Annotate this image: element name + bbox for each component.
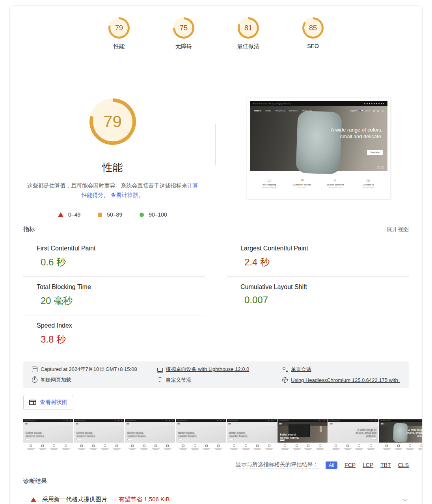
filmstrip-frame-2: Better sound, smarter homes. — [74, 419, 124, 455]
next-arrow-icon: › — [381, 166, 384, 169]
runtime-settings-bar: Captured at 2024年7月10日 GMT+8 15:08 模拟桌面设… — [23, 361, 409, 388]
custom-throttling[interactable]: 自定义节流 — [157, 376, 283, 384]
legend-average: 50–89 — [98, 211, 122, 218]
feature-shipping: ☐Free shippingWorldwide Shipping — [255, 179, 284, 189]
seo-label: SEO — [307, 43, 319, 49]
phone-icon: ☏ — [354, 179, 383, 182]
site-topbar: Hassle free returns. 30 day postage paid… — [250, 101, 387, 106]
diagnostic-savings: — 有望节省 1,506 KiB — [111, 496, 169, 503]
emulated-device[interactable]: 模拟桌面设备 with Lighthouse 12.0.0 — [157, 366, 283, 373]
site-nav-right: English ▾ USD ▾ — [350, 110, 383, 112]
final-screenshot-panel: Hassle free returns. 30 day postage paid… — [215, 60, 422, 218]
performance-section: 79 性能 这些都是估算值，且可能会因时而异。系统会直接基于这些指标来计算性能得… — [10, 60, 422, 218]
filter-chip-cls[interactable]: CLS — [398, 462, 409, 468]
final-screenshot[interactable]: Hassle free returns. 30 day postage paid… — [247, 98, 391, 199]
metric-value: 20 毫秒 — [41, 295, 205, 307]
site-hero: Audio X HOMEPRODUCTSSUPPORTABOUT US Engl… — [250, 106, 387, 171]
metric-value: 2.4 秒 — [244, 256, 409, 269]
filter-chip-fcp[interactable]: FCP — [344, 462, 356, 468]
diagnostics-section: 诊断结果 采用新一代格式提供图片 — 有望节省 1,506 KiB 最大内容渲染… — [23, 474, 409, 504]
metric-cls: Cumulative Layout Shift 0.007 — [227, 277, 409, 315]
accessibility-gauge: 75 — [173, 17, 194, 39]
search-icon — [373, 110, 375, 112]
description-period: 。 — [104, 192, 109, 198]
category-gauges: 79 性能 75 无障碍 81 最佳做法 85 SEO — [10, 6, 422, 60]
site-mock: Hassle free returns. 30 day postage paid… — [250, 101, 387, 196]
legend-range: 90–100 — [149, 211, 167, 218]
performance-label: 性能 — [114, 43, 125, 50]
pass-circle-icon — [140, 213, 144, 217]
metrics-title: 指标 — [23, 226, 35, 233]
single-page-session[interactable]: 单页会话 — [282, 366, 400, 373]
category-seo[interactable]: 85 SEO — [296, 17, 330, 50]
calendar-icon — [32, 367, 37, 372]
metric-tbt: Total Blocking Time 20 毫秒 — [23, 277, 205, 315]
carousel-arrows: ‹› — [377, 166, 384, 169]
score-legend: 0–49 50–89 90–100 — [58, 211, 167, 218]
best-practices-label: 最佳做法 — [237, 43, 259, 50]
user-agent[interactable]: Using HeadlessChromium 125.0.6422.175 wi… — [282, 376, 400, 384]
legend-pass: 90–100 — [140, 211, 167, 218]
filter-chip-lcp[interactable]: LCP — [363, 462, 373, 468]
throttling-icon — [157, 377, 163, 383]
filmstrip-frame-6: Better sound, smarter homes. — [277, 419, 328, 455]
account-icon — [377, 110, 379, 112]
metric-value: 3.8 秒 — [41, 333, 205, 346]
description-text: 这些都是估算值，且可能会因时而异。系统会直接基于这些指标来 — [27, 182, 187, 189]
legend-range: 0–49 — [68, 211, 80, 218]
section-title: 性能 — [102, 161, 123, 174]
fail-triangle-icon — [31, 497, 36, 502]
performance-description: 这些都是估算值，且可能会因时而异。系统会直接基于这些指标来计算性能得分。 查看计… — [26, 181, 199, 200]
main-performance-score: 79 — [103, 112, 122, 131]
metric-value: 0.6 秒 — [41, 256, 205, 269]
us-flag-icon — [359, 110, 363, 112]
prev-arrow-icon: ‹ — [377, 166, 380, 169]
expand-view-link[interactable]: 展开视图 — [387, 226, 409, 233]
diagnostic-modern-image-formats[interactable]: 采用新一代格式提供图片 — 有望节省 1,506 KiB — [23, 490, 409, 504]
filter-chip-all[interactable]: All — [326, 461, 337, 469]
topbar-text: Hassle free returns. 30 day postage paid… — [253, 103, 291, 105]
seo-score: 85 — [309, 24, 317, 32]
language-selector: English ▾ — [350, 110, 357, 112]
legend-fail: 0–49 — [58, 211, 80, 218]
category-performance[interactable]: 79 性能 — [102, 17, 136, 50]
treemap-icon — [29, 400, 36, 405]
shop-now-button: Shop Now — [367, 150, 382, 155]
metric-speed-index: Speed Index 3.8 秒 — [23, 315, 205, 354]
performance-gauge: 79 — [108, 17, 130, 39]
filmstrip-frame-4: Better sound, smarter homes. — [176, 419, 226, 455]
best-practices-gauge: 81 — [238, 17, 259, 39]
metrics-grid: First Contentful Paint 0.6 秒 Largest Con… — [23, 238, 409, 354]
metric-value: 0.007 — [244, 295, 409, 306]
device-icon — [157, 368, 163, 372]
chevron-down-icon — [403, 497, 408, 501]
filmstrip-frame-1: Better sound, smarter homes. — [23, 419, 73, 455]
accessibility-score: 75 — [180, 24, 188, 32]
performance-summary: 79 性能 这些都是估算值，且可能会因时而异。系统会直接基于这些指标来计算性能得… — [10, 60, 215, 218]
performance-score: 79 — [115, 24, 123, 32]
speaker-image — [296, 111, 342, 174]
browser-icon — [282, 377, 288, 383]
capture-time: Captured at 2024年7月10日 GMT+8 15:08 — [32, 366, 157, 373]
filmstrip-frame-7: A wide range of colors, small and delica… — [328, 419, 378, 455]
site-nav-links: HOMEPRODUCTSSUPPORTABOUT US — [265, 110, 312, 112]
category-accessibility[interactable]: 75 无障碍 — [166, 17, 201, 50]
filmstrip: Better sound, smarter homes. Better soun… — [23, 419, 409, 455]
diagnostics-header: 诊断结果 — [23, 474, 409, 490]
currency-selector: USD ▾ — [365, 110, 370, 112]
site-nav: Audio X HOMEPRODUCTSSUPPORTABOUT US Engl… — [250, 106, 387, 115]
shield-icon: ✓ — [321, 179, 350, 182]
view-treemap-button[interactable]: 查看树状图 — [23, 395, 73, 410]
feature-service: ✉Customer service24*7 Online — [288, 179, 317, 189]
metric-fcp: First Contentful Paint 0.6 秒 — [23, 238, 205, 277]
lighthouse-report: 79 性能 75 无障碍 81 最佳做法 85 SEO 79 — [9, 6, 423, 504]
metrics-header: 指标 展开视图 — [23, 226, 409, 238]
filter-label: 显示与所选指标相关的评估结果： — [236, 461, 318, 469]
calculator-link[interactable]: 查看计算器。 — [110, 192, 143, 198]
legend-range: 50–89 — [107, 211, 122, 218]
category-best-practices[interactable]: 81 最佳做法 — [231, 17, 266, 50]
filter-chip-tbt[interactable]: TBT — [380, 462, 391, 468]
shipping-icon: ☐ — [255, 179, 284, 182]
average-square-icon — [98, 213, 102, 217]
fail-triangle-icon — [58, 212, 63, 217]
